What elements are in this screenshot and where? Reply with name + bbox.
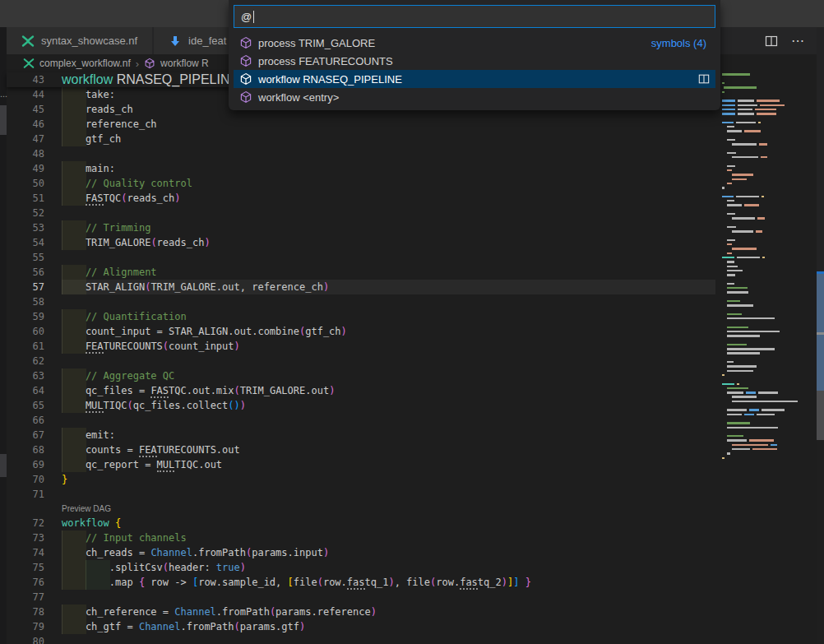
code-line-51[interactable]: 51FASTQC(reads_ch) xyxy=(7,191,715,206)
line-number[interactable]: 61 xyxy=(7,339,62,354)
code-token: // Aggregate QC xyxy=(86,370,174,382)
codelens-preview-dag[interactable]: Preview DAG xyxy=(7,502,715,516)
right-edge-strip[interactable] xyxy=(817,27,824,644)
editor-code-area[interactable]: 44take:45reads_ch46reference_ch47gtf_ch4… xyxy=(7,87,715,644)
quick-pick-item[interactable]: process FEATURECOUNTS xyxy=(234,52,715,70)
code-token: ) xyxy=(388,577,394,588)
code-line-64[interactable]: 64qc_files = FASTQC.out.mix(TRIM_GALORE.… xyxy=(7,383,715,398)
line-number[interactable]: 58 xyxy=(7,294,62,309)
line-number[interactable]: 50 xyxy=(7,176,62,191)
line-number[interactable]: 80 xyxy=(7,634,62,644)
tab-syntax-showcase[interactable]: syntax_showcase.nf xyxy=(7,27,154,54)
code-line-77[interactable]: 77 xyxy=(7,590,715,605)
line-number[interactable]: 43 xyxy=(7,72,62,87)
code-line-69[interactable]: 69qc_report = MULTIQC.out xyxy=(7,457,715,472)
code-line-68[interactable]: 68counts = FEATURECOUNTS.out xyxy=(7,442,715,457)
code-line-76[interactable]: 76.map { row -> [row.sample_id, [file(ro… xyxy=(7,575,715,590)
code-line-65[interactable]: 65MULTIQC(qc_files.collect()) xyxy=(7,398,715,413)
line-number[interactable]: 52 xyxy=(7,206,62,220)
line-number[interactable]: 53 xyxy=(7,220,62,235)
breadcrumb-file[interactable]: complex_workflow.nf xyxy=(39,58,131,69)
code-line-53[interactable]: 53// Trimming xyxy=(7,220,715,235)
line-number[interactable]: 55 xyxy=(7,250,62,265)
code-line-70[interactable]: 70} xyxy=(7,472,715,487)
breadcrumb-symbol[interactable]: workflow R xyxy=(160,58,209,69)
line-number[interactable]: 66 xyxy=(7,413,62,428)
code-line-56[interactable]: 56// Alignment xyxy=(7,265,715,280)
line-number[interactable]: 67 xyxy=(7,428,62,442)
code-line-46[interactable]: 46reference_ch xyxy=(7,117,715,132)
line-number[interactable]: 78 xyxy=(7,605,62,619)
code-line-67[interactable]: 67emit: xyxy=(7,428,715,442)
code-token: header: xyxy=(169,562,216,573)
code-line-52[interactable]: 52 xyxy=(7,206,715,220)
code-line-48[interactable]: 48 xyxy=(7,146,715,161)
code-token: ( xyxy=(150,237,156,248)
code-line-57[interactable]: 57STAR_ALIGN(TRIM_GALORE.out, reference_… xyxy=(7,280,715,294)
code-line-63[interactable]: 63// Aggregate QC xyxy=(7,368,715,383)
code-line-66[interactable]: 66 xyxy=(7,413,715,428)
quick-pick-item-label: process FEATURECOUNTS xyxy=(258,55,393,67)
left-scrollbar-thumb-2[interactable] xyxy=(0,454,7,477)
code-line-79[interactable]: 79ch_gtf = Channel.fromPath(params.gtf) xyxy=(7,619,715,634)
code-line-73[interactable]: 73// Input channels xyxy=(7,530,715,545)
code-line-72[interactable]: 72workflow { xyxy=(7,516,715,530)
line-number[interactable]: 46 xyxy=(7,117,62,132)
code-token: qc_report = xyxy=(86,459,157,470)
line-number[interactable]: 59 xyxy=(7,309,62,324)
line-number[interactable]: 79 xyxy=(7,619,62,634)
line-number[interactable]: 70 xyxy=(7,472,62,487)
line-number[interactable]: 44 xyxy=(7,87,62,102)
quick-pick-input[interactable]: @ xyxy=(234,5,715,28)
code-line-58[interactable]: 58 xyxy=(7,294,715,309)
code-line-50[interactable]: 50// Quality control xyxy=(7,176,715,191)
line-number[interactable]: 69 xyxy=(7,457,62,472)
line-number[interactable]: 63 xyxy=(7,368,62,383)
code-line-71[interactable]: 71 xyxy=(7,487,715,502)
code-line-60[interactable]: 60count_input = STAR_ALIGN.out.combine(g… xyxy=(7,324,715,339)
line-number[interactable]: 72 xyxy=(7,516,62,530)
quick-pick-item[interactable]: process TRIM_GALOREsymbols (4) xyxy=(234,34,715,52)
code-token: [ xyxy=(288,577,294,588)
open-to-side-button[interactable] xyxy=(698,73,710,85)
code-token: ( xyxy=(234,621,240,632)
left-scrollbar-thumb[interactable] xyxy=(0,105,7,135)
line-number[interactable]: 77 xyxy=(7,590,62,605)
line-number[interactable]: 74 xyxy=(7,545,62,560)
code-line-59[interactable]: 59// Quantification xyxy=(7,309,715,324)
line-number[interactable]: 47 xyxy=(7,132,62,146)
line-number[interactable]: 54 xyxy=(7,235,62,250)
line-number[interactable]: 48 xyxy=(7,146,62,161)
more-actions-button[interactable]: ⋯ xyxy=(791,37,805,45)
quick-pick-item[interactable]: workflow <entry> xyxy=(234,88,715,106)
minimap[interactable] xyxy=(722,72,802,467)
code-line-75[interactable]: 75.splitCsv(header: true) xyxy=(7,560,715,575)
line-number[interactable]: 45 xyxy=(7,102,62,117)
line-number[interactable]: 71 xyxy=(7,487,62,502)
code-line-49[interactable]: 49main: xyxy=(7,161,715,176)
code-line-78[interactable]: 78ch_reference = Channel.fromPath(params… xyxy=(7,605,715,619)
line-number[interactable]: 51 xyxy=(7,191,62,206)
quick-pick-item[interactable]: workflow RNASEQ_PIPELINE xyxy=(234,70,715,88)
line-number[interactable]: 60 xyxy=(7,324,62,339)
line-number[interactable]: 68 xyxy=(7,442,62,457)
line-number[interactable]: 56 xyxy=(7,265,62,280)
line-number[interactable]: 65 xyxy=(7,398,62,413)
code-line-80[interactable]: 80 xyxy=(7,634,715,644)
code-line-55[interactable]: 55 xyxy=(7,250,715,265)
code-line-74[interactable]: 74ch_reads = Channel.fromPath(params.inp… xyxy=(7,545,715,560)
code-line-54[interactable]: 54TRIM_GALORE(reads_ch) xyxy=(7,235,715,250)
code-line-61[interactable]: 61FEATURECOUNTS(count_input) xyxy=(7,339,715,354)
line-number[interactable]: 64 xyxy=(7,383,62,398)
line-number[interactable]: 73 xyxy=(7,530,62,545)
line-number[interactable]: 49 xyxy=(7,161,62,176)
line-number[interactable]: 76 xyxy=(7,575,62,590)
code-line-62[interactable]: 62 xyxy=(7,354,715,368)
split-editor-button[interactable] xyxy=(765,35,778,48)
code-token: TURECOUNTS.out xyxy=(157,444,240,456)
code-line-47[interactable]: 47gtf_ch xyxy=(7,132,715,146)
line-number[interactable]: 57 xyxy=(7,280,62,294)
code-token: FAS xyxy=(150,385,169,398)
line-number[interactable]: 62 xyxy=(7,354,62,368)
line-number[interactable]: 75 xyxy=(7,560,62,575)
